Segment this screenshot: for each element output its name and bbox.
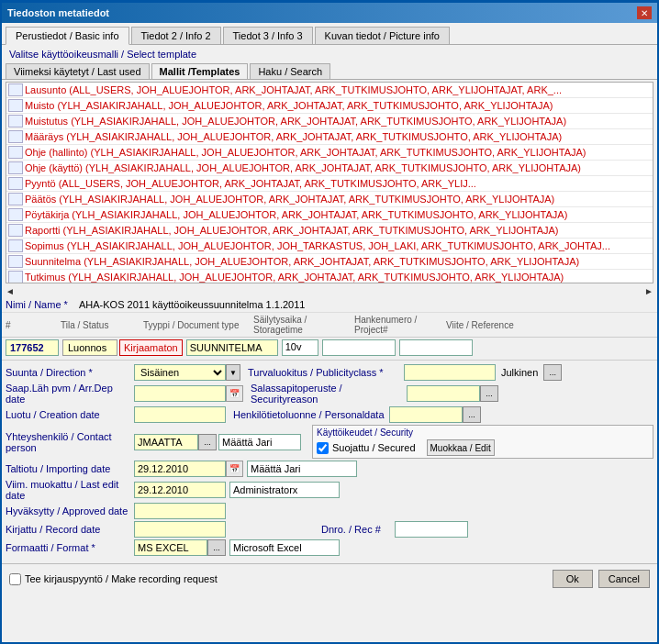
- recording-request-check: Tee kirjauspyyntö / Make recording reque…: [9, 573, 218, 585]
- last-edit-cell: [134, 482, 340, 498]
- close-button[interactable]: ✕: [637, 6, 652, 19]
- tab-info2[interactable]: Tiedot 2 / Info 2: [131, 27, 221, 44]
- reference-field[interactable]: [399, 339, 473, 356]
- list-item[interactable]: Pöytäkirja (YLH_ASIAKIRJAHALL, JOH_ALUEJ…: [6, 207, 653, 223]
- tab-picture-info[interactable]: Kuvan tiedot / Picture info: [315, 27, 450, 44]
- personaldata-label: Henkilötietoluonne / Personaldata: [233, 409, 389, 420]
- recording-request-checkbox[interactable]: [9, 573, 21, 585]
- contact-label: Yhteyshenkilö / Contact person: [6, 431, 134, 453]
- doc-icon: [8, 130, 23, 143]
- name-value: AHA-KOS 2011 käyttöoikeussuunnitelma 1.1…: [79, 299, 653, 310]
- rec-num-input[interactable]: [395, 521, 468, 538]
- list-item[interactable]: Suunnitelma (YLH_ASIAKIRJAHALL, JOH_ALUE…: [6, 254, 653, 270]
- direction-row: Suunta / Direction * Sisäinen ▼ Turvaluo…: [6, 364, 653, 381]
- arr-dep-label: Saap.Läh pvm / Arr.Dep date: [6, 383, 134, 405]
- doc-icon: [8, 255, 23, 268]
- id-field: 177652: [6, 339, 59, 356]
- list-item[interactable]: Pyyntö (ALL_USERS, JOH_ALUEJOHTOR, ARK_J…: [6, 176, 653, 192]
- security-reason-input[interactable]: [407, 385, 480, 402]
- direction-cell: Sisäinen ▼: [134, 364, 240, 381]
- last-edit-input[interactable]: [134, 482, 226, 498]
- last-edit-label: Viim. muokattu / Last edit date: [6, 479, 134, 501]
- approved-cell: [134, 503, 226, 519]
- secured-checkbox[interactable]: [317, 442, 329, 454]
- cancel-button[interactable]: Cancel: [598, 570, 650, 588]
- secured-label: Suojattu / Secured: [332, 442, 416, 453]
- item-text: Muistutus (YLH_ASIAKIRJAHALL, JOH_ALUEJO…: [25, 116, 566, 127]
- list-item[interactable]: Raportti (YLH_ASIAKIRJAHALL, JOH_ALUEJOH…: [6, 223, 653, 239]
- item-text: Muisto (YLH_ASIAKIRJAHALL, JOH_ALUEJOHTO…: [25, 100, 553, 111]
- importing-calendar-button[interactable]: 📅: [226, 461, 243, 477]
- title-bar: Tiedoston metatiedot ✕: [2, 3, 657, 23]
- importing-cell: 📅: [134, 461, 357, 477]
- data-row-1: 177652 Luonnos Kirjaamaton SUUNNITELMA 1…: [2, 338, 657, 358]
- status-field: Luonnos: [62, 339, 117, 356]
- importing-name-input[interactable]: [247, 461, 357, 477]
- contact-input[interactable]: [134, 434, 198, 450]
- storage-field[interactable]: 10v: [282, 339, 318, 356]
- rec-num-cell: [395, 521, 468, 538]
- arr-dep-calendar-button[interactable]: 📅: [226, 385, 243, 402]
- list-item[interactable]: Muistutus (YLH_ASIAKIRJAHALL, JOH_ALUEJO…: [6, 114, 653, 129]
- publicityclass-input[interactable]: [404, 364, 496, 381]
- scroll-arrows: ◄ ►: [2, 285, 657, 297]
- importing-label: Taltiotu / Importing date: [6, 463, 134, 474]
- list-item[interactable]: Ohje (hallinto) (YLH_ASIAKIRJAHALL, JOH_…: [6, 145, 653, 161]
- scroll-left-button[interactable]: ◄: [6, 286, 15, 296]
- format-ellipsis-button[interactable]: ...: [207, 539, 226, 556]
- main-tab-bar: Perustiedot / Basic info Tiedot 2 / Info…: [2, 23, 657, 45]
- secured-row: Suojattu / Secured Muokkaa / Edit: [317, 439, 649, 456]
- last-edit-row: Viim. muokattu / Last edit date: [6, 479, 653, 501]
- personaldata-cell: ...: [389, 406, 481, 423]
- list-item[interactable]: Määräys (YLH_ASIAKIRJAHALL, JOH_ALUEJOHT…: [6, 129, 653, 145]
- col-type-header: Tyyppi / Document type: [143, 320, 253, 330]
- list-item[interactable]: Lausunto (ALL_USERS, JOH_ALUEJOHTOR, ARK…: [6, 83, 653, 98]
- security-reason-label: Salassapitoperuste / Securityreason: [251, 383, 407, 405]
- sub-tab-bar: Viimeksi käytetyt / Last used Mallit /Te…: [2, 63, 657, 80]
- publicityclass-ellipsis-button[interactable]: ...: [543, 364, 562, 381]
- approved-input[interactable]: [134, 503, 226, 519]
- contact-name-input[interactable]: [218, 434, 301, 450]
- personaldata-ellipsis-button[interactable]: ...: [463, 406, 481, 423]
- main-window: Tiedoston metatiedot ✕ Perustiedot / Bas…: [0, 0, 659, 644]
- security-reason-ellipsis-button[interactable]: ...: [480, 385, 498, 402]
- last-edit-name-input[interactable]: [229, 482, 340, 498]
- tab-basic-info[interactable]: Perustiedot / Basic info: [6, 27, 129, 45]
- tab-info3[interactable]: Tiedot 3 / Info 3: [223, 27, 313, 44]
- direction-dropdown-icon[interactable]: ▼: [226, 364, 240, 381]
- doc-icon: [8, 146, 23, 159]
- list-item[interactable]: Sopimus (YLH_ASIAKIRJAHALL, JOH_ALUEJOHT…: [6, 239, 653, 254]
- sub-tab-search[interactable]: Haku / Search: [250, 63, 330, 79]
- security-group: Käyttöikeudet / Security Suojattu / Secu…: [312, 425, 653, 459]
- record-input[interactable]: [134, 521, 226, 538]
- list-item[interactable]: Tutkimus (YLH_ASIAKIRJAHALL, JOH_ALUEJOH…: [6, 270, 653, 283]
- template-list[interactable]: Lausunto (ALL_USERS, JOH_ALUEJOHTOR, ARK…: [6, 82, 653, 283]
- edit-button[interactable]: Muokkaa / Edit: [427, 439, 495, 456]
- sub-tab-templates[interactable]: Mallit /Templates: [151, 63, 249, 79]
- importing-input[interactable]: [134, 461, 226, 477]
- list-item[interactable]: Muisto (YLH_ASIAKIRJAHALL, JOH_ALUEJOHTO…: [6, 98, 653, 114]
- creation-input[interactable]: [134, 406, 226, 423]
- fields-grid: Suunta / Direction * Sisäinen ▼ Turvaluo…: [2, 362, 657, 560]
- direction-select[interactable]: Sisäinen: [134, 364, 226, 381]
- item-text: Pyyntö (ALL_USERS, JOH_ALUEJOHTOR, ARK_J…: [25, 178, 476, 189]
- sub-tab-last-used[interactable]: Viimeksi käytetyt / Last used: [6, 63, 150, 79]
- list-item[interactable]: Ohje (käyttö) (YLH_ASIAKIRJAHALL, JOH_AL…: [6, 161, 653, 176]
- contact-ellipsis-button[interactable]: ...: [198, 434, 217, 450]
- format-name-input[interactable]: [229, 539, 340, 556]
- personaldata-input[interactable]: [389, 406, 463, 423]
- scroll-right-button[interactable]: ►: [644, 286, 653, 296]
- creation-row: Luotu / Creation date Henkilötietoluonne…: [6, 406, 653, 423]
- ok-button[interactable]: Ok: [553, 570, 593, 588]
- arr-dep-input[interactable]: [134, 385, 226, 402]
- project-field[interactable]: [322, 339, 396, 356]
- record-row: Kirjattu / Record date Dnro. / Rec #: [6, 521, 653, 538]
- arr-dep-row: Saap.Läh pvm / Arr.Dep date 📅 Salassapit…: [6, 383, 653, 405]
- type-field: SUUNNITELMA: [186, 339, 278, 356]
- doc-icon: [8, 271, 23, 283]
- item-text: Päätös (YLH_ASIAKIRJAHALL, JOH_ALUEJOHTO…: [25, 194, 554, 205]
- doc-icon: [8, 177, 23, 190]
- item-text: Pöytäkirja (YLH_ASIAKIRJAHALL, JOH_ALUEJ…: [25, 209, 567, 220]
- list-item[interactable]: Päätös (YLH_ASIAKIRJAHALL, JOH_ALUEJOHTO…: [6, 192, 653, 207]
- format-input[interactable]: [134, 539, 207, 556]
